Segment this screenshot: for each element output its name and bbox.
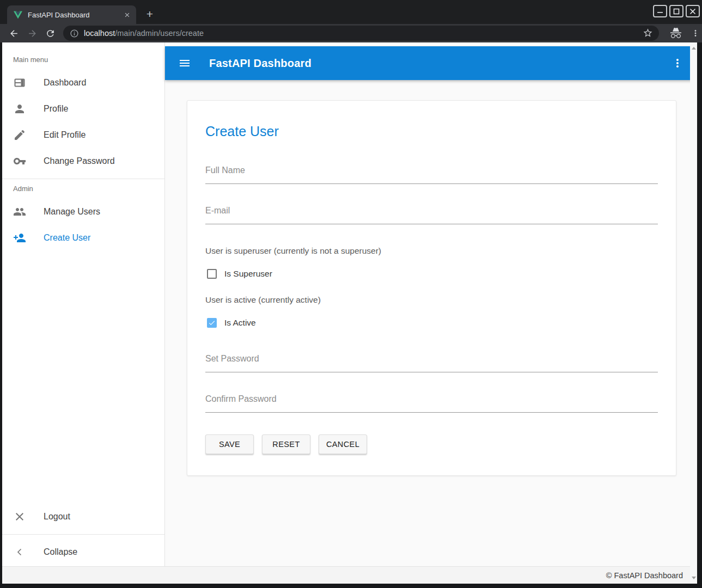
- sidebar-item-label: Manage Users: [44, 207, 100, 217]
- reset-button[interactable]: RESET: [262, 434, 310, 454]
- is-superuser-checkbox[interactable]: [207, 269, 217, 279]
- sidebar-item-edit-profile[interactable]: Edit Profile: [2, 122, 164, 148]
- window-controls: [653, 5, 700, 17]
- sidebar-item-label: Create User: [44, 233, 90, 243]
- page-content: Create User User is superuser (currently…: [165, 80, 697, 566]
- sidebar-item-create-user[interactable]: Create User: [2, 225, 164, 251]
- sidebar-item-label: Collapse: [44, 547, 77, 557]
- page-footer: © FastAPI Dashboard: [2, 566, 697, 584]
- sidebar-item-label: Change Password: [44, 156, 115, 166]
- page-title: Create User: [205, 124, 658, 139]
- copyright-text: © FastAPI Dashboard: [606, 571, 683, 580]
- sidebar-divider: [2, 534, 164, 535]
- browser-menu-icon[interactable]: [690, 28, 701, 39]
- appbar-title: FastAPI Dashboard: [209, 57, 312, 70]
- app-bar: FastAPI Dashboard: [165, 46, 697, 80]
- confirm-password-field-wrap: [205, 394, 658, 413]
- new-tab-button[interactable]: +: [143, 7, 157, 21]
- is-active-checkbox[interactable]: [207, 318, 217, 328]
- person-add-icon: [13, 231, 26, 244]
- sidebar-header-admin: Admin: [2, 183, 164, 194]
- is-superuser-checkbox-row[interactable]: Is Superuser: [205, 269, 658, 279]
- sidebar-header-main-menu: Main menu: [2, 54, 164, 65]
- browser-tab[interactable]: FastAPI Dashboard: [7, 5, 136, 24]
- full-name-field-wrap: [205, 166, 658, 184]
- sidebar-item-label: Profile: [44, 104, 68, 114]
- maximize-button[interactable]: [669, 5, 683, 17]
- top-strip: [165, 42, 697, 46]
- browser-toolbar: localhost/main/admin/users/create: [0, 24, 702, 42]
- scrollbar-up-arrow[interactable]: [690, 45, 697, 52]
- pencil-icon: [13, 128, 26, 142]
- sidebar-item-logout[interactable]: Logout: [2, 504, 164, 530]
- sidebar-item-profile[interactable]: Profile: [2, 96, 164, 122]
- sidebar-spacer: [2, 251, 164, 504]
- url-text: localhost/main/admin/users/create: [84, 29, 643, 38]
- cancel-button[interactable]: CANCEL: [319, 434, 367, 454]
- confirm-password-field[interactable]: [205, 394, 658, 413]
- url-host: localhost: [84, 29, 115, 38]
- people-icon: [13, 205, 26, 218]
- sidebar-item-dashboard[interactable]: Dashboard: [2, 70, 164, 96]
- back-icon[interactable]: [7, 27, 20, 40]
- is-active-checkbox-row[interactable]: Is Active: [205, 318, 658, 328]
- sidebar-item-change-password[interactable]: Change Password: [2, 148, 164, 174]
- vue-logo-icon: [14, 11, 22, 19]
- browser-titlebar: FastAPI Dashboard +: [0, 0, 702, 24]
- minimize-button[interactable]: [653, 5, 667, 17]
- create-user-card: Create User User is superuser (currently…: [187, 100, 676, 476]
- set-password-field[interactable]: [205, 354, 658, 372]
- sidebar-item-label: Dashboard: [44, 78, 86, 88]
- close-button[interactable]: [686, 5, 700, 17]
- incognito-icon: [669, 27, 682, 40]
- is-superuser-label: Is Superuser: [224, 269, 272, 279]
- sidebar-item-label: Logout: [44, 512, 70, 522]
- url-path: /main/admin/users/create: [115, 29, 204, 38]
- address-bar[interactable]: localhost/main/admin/users/create: [63, 26, 659, 41]
- email-field-wrap: [205, 206, 658, 224]
- key-icon: [13, 155, 26, 168]
- email-field[interactable]: [205, 206, 658, 224]
- tab-close-icon[interactable]: [123, 10, 132, 20]
- tab-title: FastAPI Dashboard: [28, 11, 123, 19]
- chevron-left-icon: [13, 546, 26, 559]
- form-buttons: SAVE RESET CANCEL: [205, 434, 658, 454]
- is-active-label: Is Active: [224, 318, 256, 328]
- page-viewport: Main menu Dashboard Profile: [2, 42, 697, 584]
- hamburger-menu-icon[interactable]: [178, 57, 191, 70]
- check-icon: [208, 318, 216, 327]
- sidebar-item-label: Edit Profile: [44, 130, 86, 140]
- forward-icon[interactable]: [26, 27, 39, 40]
- info-icon[interactable]: [70, 29, 79, 38]
- person-icon: [13, 102, 26, 115]
- dashboard-icon: [13, 76, 26, 89]
- close-x-icon: [13, 510, 26, 523]
- save-button[interactable]: SAVE: [205, 434, 254, 454]
- sidebar-item-manage-users[interactable]: Manage Users: [2, 199, 164, 225]
- appbar-kebab-menu-icon[interactable]: [671, 57, 684, 70]
- refresh-icon[interactable]: [44, 27, 57, 40]
- sidebar-item-collapse[interactable]: Collapse: [2, 539, 164, 565]
- bookmark-star-icon[interactable]: [643, 28, 654, 39]
- sidebar-divider: [2, 179, 164, 179]
- main-area: FastAPI Dashboard Create User: [165, 42, 697, 566]
- browser-window: FastAPI Dashboard +: [0, 0, 702, 588]
- superuser-hint: User is superuser (currently is not a su…: [205, 246, 658, 256]
- scrollbar-down-arrow[interactable]: [690, 574, 697, 581]
- active-hint: User is active (currently active): [205, 295, 658, 305]
- scrollbar[interactable]: [690, 42, 697, 584]
- set-password-field-wrap: [205, 354, 658, 372]
- sidebar: Main menu Dashboard Profile: [2, 42, 165, 566]
- full-name-field[interactable]: [205, 166, 658, 184]
